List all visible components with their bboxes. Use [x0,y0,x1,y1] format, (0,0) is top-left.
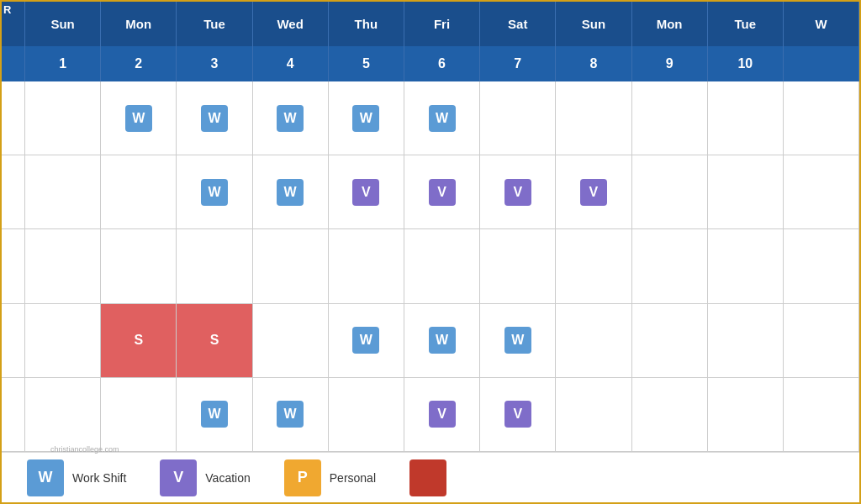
row-label-3 [2,229,25,302]
cell-5-7: V [480,378,556,451]
cell-4-4 [253,304,329,377]
header-wed: Wed [253,2,329,46]
cell-2-3: W [177,155,252,228]
cell-1-5: W [329,81,404,155]
badge-s: S [177,304,251,377]
cell-1-4: W [253,81,329,155]
cell-4-8 [556,304,631,377]
badge-w: W [201,401,228,428]
legend-work: W Work Shift [27,459,126,496]
badge-v: V [580,179,607,206]
cell-2-7: V [480,155,556,228]
cell-5-11 [784,378,859,451]
cell-5-6: V [404,378,480,451]
cell-4-7: W [480,304,556,377]
badge-w: W [201,179,228,206]
legend-extra-box [409,459,446,496]
header-fri: Fri [404,2,480,46]
cell-1-9 [632,81,708,155]
cell-4-6: W [404,304,480,377]
badge-w: W [277,401,304,428]
badge-w: W [277,105,304,132]
badge-w: W [201,105,228,132]
header-sat: Sat [480,2,556,46]
corner-cell: R [2,2,25,46]
cell-5-5 [329,378,404,451]
cell-2-11 [784,155,859,228]
legend-work-label: Work Shift [72,471,126,485]
badge-w: W [429,327,456,354]
header-sun2: Sun [556,2,631,46]
row-label-1 [2,81,25,155]
cell-4-11 [784,304,859,377]
date-9: 9 [632,46,708,81]
cell-5-10 [708,378,784,451]
grid-row-1: W W W W W [2,81,859,155]
cell-3-1 [25,229,101,302]
cell-4-5: W [329,304,404,377]
cell-2-4: W [253,155,329,228]
cell-5-1 [25,378,101,451]
cell-1-2: W [101,81,177,155]
cell-5-3: W [177,378,252,451]
cell-4-2: S [101,304,177,377]
grid-row-3 [2,229,859,303]
row-label-5 [2,378,25,451]
legend-vacation-label: Vacation [205,471,250,485]
day-header-row: R Sun Mon Tue Wed Thu Fri Sat Sun Mon Tu… [2,2,859,46]
date-3: 3 [177,46,252,81]
cell-3-9 [632,229,708,302]
date-8: 8 [556,46,631,81]
legend-extra [409,459,446,496]
badge-v: V [504,179,531,206]
badge-w: W [277,179,304,206]
date-1: 1 [25,46,101,81]
cell-2-2 [101,155,177,228]
header-tue1: Tue [177,2,252,46]
cell-2-5: V [329,155,404,228]
cell-2-6: V [404,155,480,228]
badge-v: V [352,179,379,206]
cell-2-8: V [556,155,631,228]
legend-personal: P Personal [284,459,376,496]
cell-3-8 [556,229,631,302]
badge-w: W [125,105,152,132]
date-7: 7 [480,46,556,81]
header-w: W [784,2,859,46]
cell-5-2 [101,378,177,451]
cell-4-3: S [177,304,252,377]
header-thu: Thu [329,2,404,46]
calendar-wrapper: R Sun Mon Tue Wed Thu Fri Sat Sun Mon Tu… [0,0,861,504]
date-number-row: 1 2 3 4 5 6 7 8 9 10 [2,46,859,81]
date-10: 10 [708,46,784,81]
cell-1-3: W [177,81,252,155]
cell-1-8 [556,81,631,155]
legend-personal-label: Personal [330,471,376,485]
cell-3-11 [784,229,859,302]
badge-v: V [504,401,531,428]
cell-3-10 [708,229,784,302]
corner-label: R [2,3,11,16]
badge-v: V [429,401,456,428]
cell-5-9 [632,378,708,451]
grid-section: W W W W W W W V V V V [2,81,859,452]
badge-w: W [429,105,456,132]
header-mon2: Mon [632,2,708,46]
cell-1-6: W [404,81,480,155]
badge-w: W [352,105,379,132]
date-6: 6 [404,46,480,81]
cell-5-4: W [253,378,329,451]
cell-4-9 [632,304,708,377]
date-5: 5 [329,46,404,81]
cell-2-9 [632,155,708,228]
cell-2-10 [708,155,784,228]
grid-row-5: W W V V [2,378,859,452]
badge-w: W [504,327,531,354]
cell-4-10 [708,304,784,377]
cell-1-7 [480,81,556,155]
cell-4-1 [25,304,101,377]
cell-3-5 [329,229,404,302]
date-extra [784,46,859,81]
cell-1-10 [708,81,784,155]
legend-row: W Work Shift V Vacation P Personal [2,452,859,502]
